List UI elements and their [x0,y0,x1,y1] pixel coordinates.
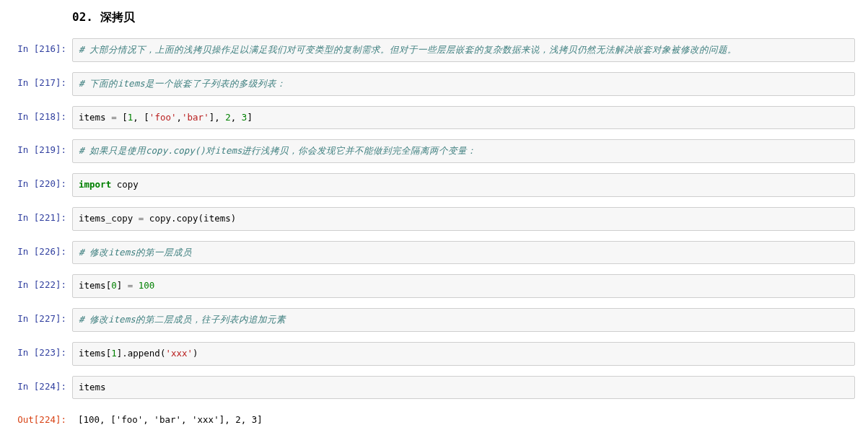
input-prompt: In [222]: [13,274,72,291]
code-comment: # 修改items的第一层成员 [79,247,192,258]
code-input[interactable]: items = [1, ['foo','bar'], 2, 3] [72,106,855,130]
input-cell: In [221]:items_copy = copy.copy(items) [13,207,855,231]
input-prompt: In [217]: [13,72,72,89]
code-input[interactable]: # 如果只是使用copy.copy()对items进行浅拷贝，你会发现它并不能做… [72,139,855,163]
output-area: [100, ['foo', 'bar', 'xxx'], 2, 3] [72,409,855,430]
input-prompt: In [226]: [13,241,72,258]
input-prompt: In [227]: [13,308,72,325]
cell-container: In [216]:# 大部分情况下，上面的浅拷贝操作足以满足我们对可变类型的复制… [13,38,855,430]
input-prompt: In [223]: [13,342,72,359]
code-input[interactable]: import copy [72,173,855,197]
code-input[interactable]: # 下面的items是一个嵌套了子列表的多级列表： [72,72,855,96]
code-comment: # 如果只是使用copy.copy()对items进行浅拷贝，你会发现它并不能做… [79,145,476,156]
code-comment: # 下面的items是一个嵌套了子列表的多级列表： [79,78,286,89]
code-input[interactable]: items[1].append('xxx') [72,342,855,366]
input-cell: In [216]:# 大部分情况下，上面的浅拷贝操作足以满足我们对可变类型的复制… [13,38,855,62]
output-cell: Out[224]:[100, ['foo', 'bar', 'xxx'], 2,… [13,409,855,430]
input-cell: In [227]:# 修改items的第二层成员，往子列表内追加元素 [13,308,855,332]
input-cell: In [220]:import copy [13,173,855,197]
input-cell: In [219]:# 如果只是使用copy.copy()对items进行浅拷贝，… [13,139,855,163]
code-input[interactable]: # 大部分情况下，上面的浅拷贝操作足以满足我们对可变类型的复制需求。但对于一些层… [72,38,855,62]
section-heading: 02. 深拷贝 [72,10,855,25]
input-prompt: In [216]: [13,38,72,56]
notebook: 02. 深拷贝 In [216]:# 大部分情况下，上面的浅拷贝操作足以满足我们… [0,0,868,430]
code-input[interactable]: # 修改items的第二层成员，往子列表内追加元素 [72,308,855,332]
input-cell: In [217]:# 下面的items是一个嵌套了子列表的多级列表： [13,72,855,96]
input-cell: In [222]:items[0] = 100 [13,274,855,298]
input-cell: In [226]:# 修改items的第一层成员 [13,241,855,265]
input-prompt: In [224]: [13,376,72,393]
input-prompt: In [218]: [13,106,72,123]
input-prompt: In [221]: [13,207,72,224]
input-prompt: In [220]: [13,173,72,190]
code-input[interactable]: # 修改items的第一层成员 [72,241,855,265]
code-input[interactable]: items [72,376,855,400]
code-comment: # 大部分情况下，上面的浅拷贝操作足以满足我们对可变类型的复制需求。但对于一些层… [79,44,737,55]
code-input[interactable]: items[0] = 100 [72,274,855,298]
code-comment: # 修改items的第二层成员，往子列表内追加元素 [79,314,286,325]
input-cell: In [223]:items[1].append('xxx') [13,342,855,366]
output-prompt: Out[224]: [13,409,72,426]
input-prompt: In [219]: [13,139,72,157]
input-cell: In [224]:items [13,376,855,400]
code-input[interactable]: items_copy = copy.copy(items) [72,207,855,231]
input-cell: In [218]:items = [1, ['foo','bar'], 2, 3… [13,106,855,130]
